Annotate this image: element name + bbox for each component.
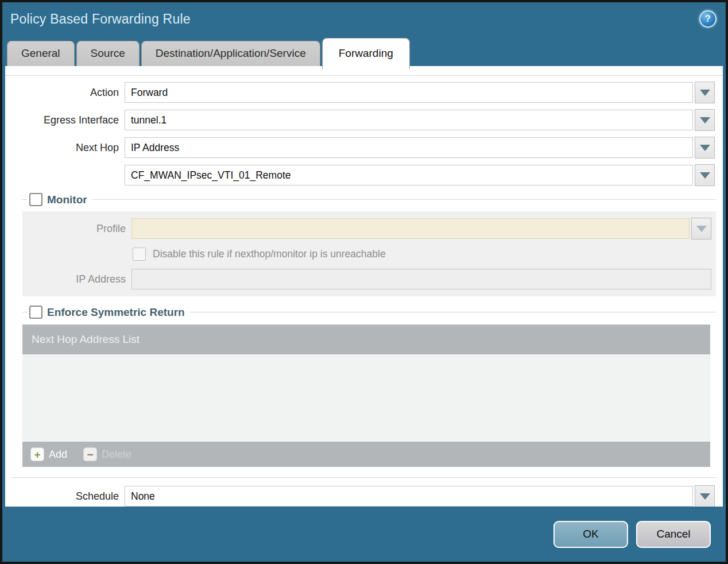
profile-select: [131, 218, 690, 239]
chevron-down-icon: [700, 145, 710, 151]
chevron-down-icon: [696, 226, 707, 232]
egress-interface-dropdown-button[interactable]: [695, 109, 715, 131]
cancel-button[interactable]: Cancel: [636, 521, 711, 548]
tab-destination-application-service[interactable]: Destination/Application/Service: [141, 41, 320, 66]
tab-strip: General Source Destination/Application/S…: [2, 36, 726, 66]
symmetric-return-legend-row: Enforce Symmetric Return: [22, 306, 716, 319]
monitor-fieldset: Monitor Profile Disable this rule if nex…: [22, 193, 716, 296]
next-hop-address-list-body: [22, 354, 710, 442]
dialog-title: Policy Based Forwarding Rule: [10, 11, 191, 27]
dialog-footer: OK Cancel: [2, 507, 726, 562]
minus-icon: −: [83, 447, 97, 461]
tab-general[interactable]: General: [7, 41, 75, 66]
policy-forwarding-dialog: Policy Based Forwarding Rule ? General S…: [0, 0, 728, 564]
action-select[interactable]: Forward: [125, 82, 693, 103]
delete-button: − Delete: [83, 447, 131, 461]
egress-interface-label: Egress Interface: [5, 114, 125, 126]
monitor-legend-row: Monitor: [22, 193, 716, 206]
chevron-down-icon: [700, 493, 710, 500]
disable-rule-checkbox: [133, 248, 146, 261]
forwarding-tab-panel: Action Forward Egress Interface tunnel.1…: [5, 66, 723, 507]
monitor-panel: Profile Disable this rule if nexthop/mon…: [22, 211, 716, 296]
next-hop-address-list-header: Next Hop Address List: [22, 325, 710, 354]
next-hop-label: Next Hop: [5, 142, 125, 154]
chevron-down-icon: [700, 172, 710, 179]
next-hop-row: Next Hop IP Address: [5, 137, 715, 159]
monitor-legend: Monitor: [47, 194, 87, 206]
next-hop-address-dropdown-button[interactable]: [695, 164, 715, 186]
action-row: Action Forward: [5, 82, 715, 103]
add-button[interactable]: + Add: [30, 447, 67, 461]
dialog-titlebar: Policy Based Forwarding Rule ?: [2, 2, 726, 36]
plus-icon: +: [30, 447, 44, 461]
disable-rule-row: Disable this rule if nexthop/monitor ip …: [22, 248, 711, 261]
next-hop-dropdown-button[interactable]: [695, 137, 715, 159]
symmetric-return-legend: Enforce Symmetric Return: [47, 306, 185, 319]
ok-button[interactable]: OK: [553, 521, 628, 548]
symmetric-return-fieldset: Enforce Symmetric Return Next Hop Addres…: [22, 306, 716, 467]
schedule-label: Schedule: [5, 490, 125, 503]
profile-label: Profile: [22, 223, 131, 235]
help-icon[interactable]: ?: [699, 10, 717, 28]
delete-button-label: Delete: [102, 449, 131, 461]
monitor-ip-input: [131, 269, 711, 289]
profile-dropdown-button: [691, 218, 711, 239]
next-hop-address-list-toolbar: + Add − Delete: [22, 442, 710, 467]
fieldset-bottom-border: [12, 477, 716, 478]
schedule-select[interactable]: None: [125, 486, 693, 507]
action-label: Action: [5, 87, 125, 99]
monitor-checkbox[interactable]: [29, 193, 42, 206]
schedule-row: Schedule None: [5, 485, 715, 507]
chevron-down-icon: [700, 117, 710, 123]
tab-source[interactable]: Source: [76, 41, 140, 66]
tab-forwarding[interactable]: Forwarding: [322, 38, 410, 69]
monitor-ip-row: IP Address: [22, 269, 711, 289]
schedule-dropdown-button[interactable]: [695, 485, 715, 507]
action-dropdown-button[interactable]: [695, 82, 715, 103]
add-button-label: Add: [49, 449, 67, 461]
egress-interface-select[interactable]: tunnel.1: [125, 110, 693, 130]
next-hop-address-select[interactable]: CF_MWAN_IPsec_VTI_01_Remote: [125, 165, 693, 186]
disable-rule-label: Disable this rule if nexthop/monitor ip …: [153, 248, 386, 260]
profile-row: Profile: [22, 218, 711, 239]
monitor-ip-label: IP Address: [22, 273, 131, 285]
enforce-symmetric-return-checkbox[interactable]: [29, 306, 42, 319]
chevron-down-icon: [700, 90, 710, 96]
next-hop-address-list-table: Next Hop Address List + Add − Delete: [22, 325, 710, 467]
egress-interface-row: Egress Interface tunnel.1: [5, 109, 715, 131]
next-hop-type-select[interactable]: IP Address: [125, 137, 693, 158]
next-hop-address-row: CF_MWAN_IPsec_VTI_01_Remote: [5, 164, 715, 186]
